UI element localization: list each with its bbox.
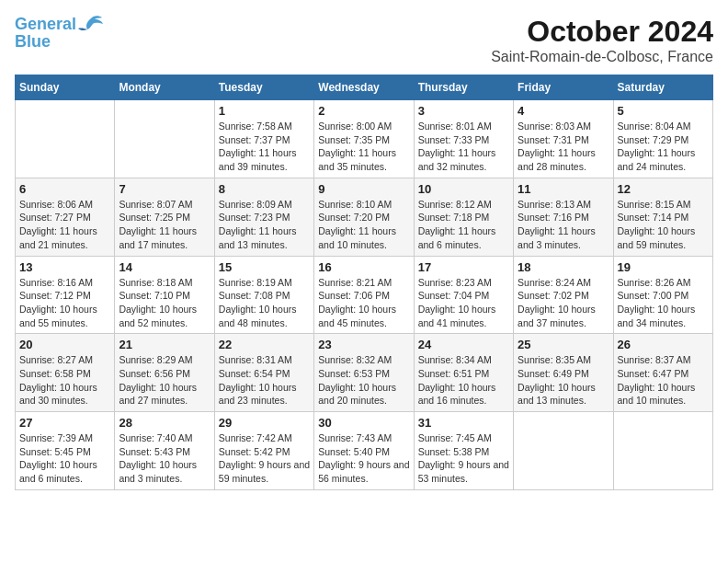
calendar-cell: 10Sunrise: 8:12 AMSunset: 7:18 PMDayligh… xyxy=(414,178,513,256)
calendar-cell: 20Sunrise: 8:27 AMSunset: 6:58 PMDayligh… xyxy=(16,334,115,412)
calendar-cell xyxy=(514,412,613,490)
day-number: 6 xyxy=(19,182,110,196)
day-number: 11 xyxy=(518,182,609,196)
calendar-week-row: 6Sunrise: 8:06 AMSunset: 7:27 PMDaylight… xyxy=(16,178,713,256)
title-area: October 2024 Saint-Romain-de-Colbosc, Fr… xyxy=(491,15,713,65)
day-number: 3 xyxy=(418,104,509,118)
day-info: Sunrise: 8:27 AMSunset: 6:58 PMDaylight:… xyxy=(19,353,110,408)
day-number: 19 xyxy=(618,260,709,274)
calendar-cell: 9Sunrise: 8:10 AMSunset: 7:20 PMDaylight… xyxy=(314,178,414,256)
logo-bird-icon xyxy=(78,15,104,35)
day-info: Sunrise: 8:00 AMSunset: 7:35 PMDaylight:… xyxy=(318,120,409,174)
day-info: Sunrise: 8:34 AMSunset: 6:51 PMDaylight:… xyxy=(418,353,509,408)
calendar-cell: 15Sunrise: 8:19 AMSunset: 7:08 PMDayligh… xyxy=(214,256,313,334)
calendar-cell: 27Sunrise: 7:39 AMSunset: 5:45 PMDayligh… xyxy=(16,412,115,490)
day-info: Sunrise: 8:01 AMSunset: 7:33 PMDaylight:… xyxy=(418,120,509,174)
day-number: 5 xyxy=(618,104,709,118)
day-info: Sunrise: 8:15 AMSunset: 7:14 PMDaylight:… xyxy=(618,198,709,252)
calendar-cell: 25Sunrise: 8:35 AMSunset: 6:49 PMDayligh… xyxy=(514,334,613,412)
day-number: 10 xyxy=(418,182,509,196)
day-number: 9 xyxy=(318,182,409,196)
weekday-header: Monday xyxy=(115,75,214,100)
day-number: 22 xyxy=(219,338,310,351)
day-info: Sunrise: 8:03 AMSunset: 7:31 PMDaylight:… xyxy=(518,120,609,174)
day-info: Sunrise: 8:09 AMSunset: 7:23 PMDaylight:… xyxy=(219,198,310,252)
month-title: October 2024 xyxy=(491,15,713,49)
day-info: Sunrise: 8:26 AMSunset: 7:00 PMDaylight:… xyxy=(618,276,709,330)
day-number: 23 xyxy=(318,338,409,351)
day-info: Sunrise: 8:29 AMSunset: 6:56 PMDaylight:… xyxy=(119,353,210,408)
calendar-cell: 24Sunrise: 8:34 AMSunset: 6:51 PMDayligh… xyxy=(414,334,513,412)
calendar-cell: 11Sunrise: 8:13 AMSunset: 7:16 PMDayligh… xyxy=(514,178,613,256)
day-info: Sunrise: 8:32 AMSunset: 6:53 PMDaylight:… xyxy=(318,353,409,408)
calendar-cell: 8Sunrise: 8:09 AMSunset: 7:23 PMDaylight… xyxy=(214,178,313,256)
day-number: 30 xyxy=(318,416,409,430)
location-title: Saint-Romain-de-Colbosc, France xyxy=(491,49,713,65)
calendar-week-row: 1Sunrise: 7:58 AMSunset: 7:37 PMDaylight… xyxy=(16,100,713,178)
day-info: Sunrise: 7:45 AMSunset: 5:38 PMDaylight:… xyxy=(418,431,509,486)
day-number: 20 xyxy=(19,338,110,351)
calendar-cell: 31Sunrise: 7:45 AMSunset: 5:38 PMDayligh… xyxy=(414,412,513,490)
day-number: 31 xyxy=(418,416,509,430)
day-number: 27 xyxy=(19,416,110,430)
calendar-cell: 12Sunrise: 8:15 AMSunset: 7:14 PMDayligh… xyxy=(613,178,712,256)
calendar-cell: 17Sunrise: 8:23 AMSunset: 7:04 PMDayligh… xyxy=(414,256,513,334)
day-number: 8 xyxy=(219,182,310,196)
calendar-cell: 29Sunrise: 7:42 AMSunset: 5:42 PMDayligh… xyxy=(214,412,313,490)
calendar-table: SundayMondayTuesdayWednesdayThursdayFrid… xyxy=(15,75,713,490)
day-number: 21 xyxy=(119,338,210,351)
day-info: Sunrise: 8:21 AMSunset: 7:06 PMDaylight:… xyxy=(318,276,409,330)
day-number: 14 xyxy=(119,260,210,274)
header: General Blue October 2024 Saint-Romain-d… xyxy=(15,15,713,65)
day-info: Sunrise: 7:40 AMSunset: 5:43 PMDaylight:… xyxy=(119,431,210,486)
calendar-cell: 26Sunrise: 8:37 AMSunset: 6:47 PMDayligh… xyxy=(613,334,712,412)
calendar-cell: 1Sunrise: 7:58 AMSunset: 7:37 PMDaylight… xyxy=(214,100,313,178)
weekday-header: Saturday xyxy=(613,75,712,100)
day-number: 7 xyxy=(119,182,210,196)
calendar-week-row: 27Sunrise: 7:39 AMSunset: 5:45 PMDayligh… xyxy=(16,412,713,490)
day-info: Sunrise: 7:43 AMSunset: 5:40 PMDaylight:… xyxy=(318,431,409,486)
day-info: Sunrise: 8:12 AMSunset: 7:18 PMDaylight:… xyxy=(418,198,509,252)
calendar-cell: 5Sunrise: 8:04 AMSunset: 7:29 PMDaylight… xyxy=(613,100,712,178)
day-number: 1 xyxy=(219,104,310,118)
day-info: Sunrise: 7:42 AMSunset: 5:42 PMDaylight:… xyxy=(219,431,310,486)
weekday-header: Wednesday xyxy=(314,75,414,100)
calendar-cell: 14Sunrise: 8:18 AMSunset: 7:10 PMDayligh… xyxy=(115,256,214,334)
weekday-header-row: SundayMondayTuesdayWednesdayThursdayFrid… xyxy=(16,75,713,100)
calendar-cell: 4Sunrise: 8:03 AMSunset: 7:31 PMDaylight… xyxy=(514,100,613,178)
weekday-header: Thursday xyxy=(414,75,513,100)
day-number: 4 xyxy=(518,104,609,118)
calendar-cell: 6Sunrise: 8:06 AMSunset: 7:27 PMDaylight… xyxy=(16,178,115,256)
day-number: 13 xyxy=(19,260,110,274)
day-info: Sunrise: 8:07 AMSunset: 7:25 PMDaylight:… xyxy=(119,198,210,252)
day-info: Sunrise: 8:04 AMSunset: 7:29 PMDaylight:… xyxy=(618,120,709,174)
calendar-cell: 28Sunrise: 7:40 AMSunset: 5:43 PMDayligh… xyxy=(115,412,214,490)
logo-blue-text: Blue xyxy=(15,33,51,52)
day-info: Sunrise: 8:13 AMSunset: 7:16 PMDaylight:… xyxy=(518,198,609,252)
day-number: 26 xyxy=(618,338,709,351)
weekday-header: Tuesday xyxy=(214,75,313,100)
day-info: Sunrise: 8:37 AMSunset: 6:47 PMDaylight:… xyxy=(618,353,709,408)
day-number: 18 xyxy=(518,260,609,274)
day-number: 25 xyxy=(518,338,609,351)
day-number: 29 xyxy=(219,416,310,430)
logo: General Blue xyxy=(15,15,104,52)
day-info: Sunrise: 8:24 AMSunset: 7:02 PMDaylight:… xyxy=(518,276,609,330)
day-number: 16 xyxy=(318,260,409,274)
day-info: Sunrise: 8:10 AMSunset: 7:20 PMDaylight:… xyxy=(318,198,409,252)
calendar-cell: 2Sunrise: 8:00 AMSunset: 7:35 PMDaylight… xyxy=(314,100,414,178)
day-info: Sunrise: 7:39 AMSunset: 5:45 PMDaylight:… xyxy=(19,431,110,486)
calendar-cell: 18Sunrise: 8:24 AMSunset: 7:02 PMDayligh… xyxy=(514,256,613,334)
calendar-cell: 19Sunrise: 8:26 AMSunset: 7:00 PMDayligh… xyxy=(613,256,712,334)
day-info: Sunrise: 8:31 AMSunset: 6:54 PMDaylight:… xyxy=(219,353,310,408)
day-info: Sunrise: 8:19 AMSunset: 7:08 PMDaylight:… xyxy=(219,276,310,330)
calendar-cell xyxy=(613,412,712,490)
day-number: 24 xyxy=(418,338,509,351)
day-info: Sunrise: 8:18 AMSunset: 7:10 PMDaylight:… xyxy=(119,276,210,330)
calendar-cell: 23Sunrise: 8:32 AMSunset: 6:53 PMDayligh… xyxy=(314,334,414,412)
day-number: 28 xyxy=(119,416,210,430)
day-number: 2 xyxy=(318,104,409,118)
calendar-cell: 3Sunrise: 8:01 AMSunset: 7:33 PMDaylight… xyxy=(414,100,513,178)
calendar-cell: 21Sunrise: 8:29 AMSunset: 6:56 PMDayligh… xyxy=(115,334,214,412)
day-info: Sunrise: 8:23 AMSunset: 7:04 PMDaylight:… xyxy=(418,276,509,330)
